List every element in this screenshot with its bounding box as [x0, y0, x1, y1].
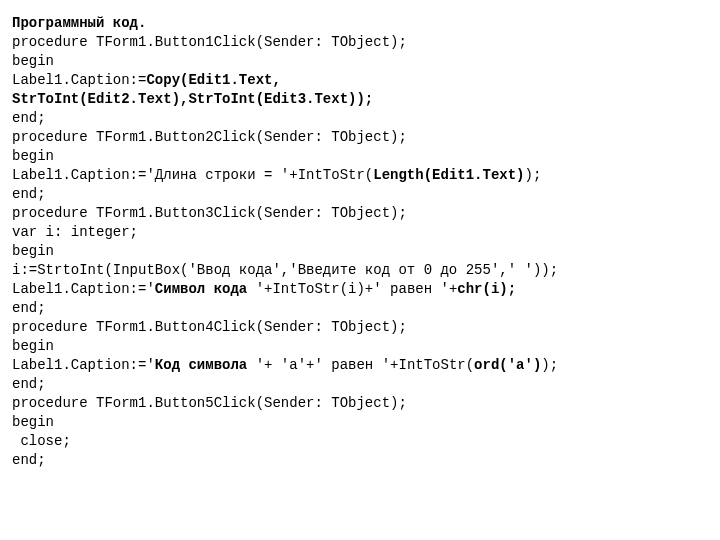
- code-segment: Label1.Caption:=': [12, 357, 155, 373]
- code-segment: end;: [12, 186, 46, 202]
- code-segment: ord('a'): [474, 357, 541, 373]
- code-line: end;: [12, 451, 708, 470]
- code-line: procedure TForm1.Button4Click(Sender: TO…: [12, 318, 708, 337]
- code-segment: );: [525, 167, 542, 183]
- code-line: end;: [12, 375, 708, 394]
- code-segment: Label1.Caption:='Длина строки = '+IntToS…: [12, 167, 373, 183]
- code-segment: Copy(Edit1.Text,: [146, 72, 280, 88]
- code-segment: var i: integer;: [12, 224, 138, 240]
- code-line: procedure TForm1.Button3Click(Sender: TO…: [12, 204, 708, 223]
- code-segment: procedure TForm1.Button5Click(Sender: TO…: [12, 395, 407, 411]
- code-segment: Код символа: [155, 357, 256, 373]
- code-segment: begin: [12, 148, 54, 164]
- code-segment: procedure TForm1.Button1Click(Sender: TO…: [12, 34, 407, 50]
- code-segment: Label1.Caption:=': [12, 281, 155, 297]
- code-segment: begin: [12, 243, 54, 259]
- code-line: StrToInt(Edit2.Text),StrToInt(Edit3.Text…: [12, 90, 708, 109]
- code-segment: begin: [12, 53, 54, 69]
- code-segment: chr(i);: [457, 281, 516, 297]
- code-line: Label1.Caption:='Код символа '+ 'a'+' ра…: [12, 356, 708, 375]
- code-segment: Label1.Caption:=: [12, 72, 146, 88]
- code-line: Программный код.: [12, 14, 708, 33]
- code-segment: end;: [12, 300, 46, 316]
- code-segment: Length(Edit1.Text): [373, 167, 524, 183]
- code-segment: procedure TForm1.Button2Click(Sender: TO…: [12, 129, 407, 145]
- code-line: i:=StrtoInt(InputBox('Ввод кода','Введит…: [12, 261, 708, 280]
- code-segment: i:=StrtoInt(InputBox('Ввод кода','Введит…: [12, 262, 558, 278]
- code-line: Label1.Caption:='Длина строки = '+IntToS…: [12, 166, 708, 185]
- code-segment: begin: [12, 414, 54, 430]
- code-line: end;: [12, 185, 708, 204]
- code-listing: Программный код.procedure TForm1.Button1…: [12, 14, 708, 470]
- code-line: end;: [12, 299, 708, 318]
- code-line: begin: [12, 413, 708, 432]
- code-line: procedure TForm1.Button2Click(Sender: TO…: [12, 128, 708, 147]
- code-segment: begin: [12, 338, 54, 354]
- code-line: begin: [12, 52, 708, 71]
- code-line: begin: [12, 147, 708, 166]
- code-segment: Символ кода: [155, 281, 256, 297]
- code-line: procedure TForm1.Button1Click(Sender: TO…: [12, 33, 708, 52]
- code-line: var i: integer;: [12, 223, 708, 242]
- code-line: procedure TForm1.Button5Click(Sender: TO…: [12, 394, 708, 413]
- code-segment: '+IntToStr(i)+' равен '+: [256, 281, 458, 297]
- code-line: Label1.Caption:='Символ кода '+IntToStr(…: [12, 280, 708, 299]
- code-segment: '+ 'a'+' равен '+IntToStr(: [256, 357, 474, 373]
- code-segment: close;: [12, 433, 71, 449]
- code-line: begin: [12, 242, 708, 261]
- code-line: Label1.Caption:=Copy(Edit1.Text,: [12, 71, 708, 90]
- code-segment: end;: [12, 110, 46, 126]
- code-line: end;: [12, 109, 708, 128]
- code-segment: procedure TForm1.Button3Click(Sender: TO…: [12, 205, 407, 221]
- code-segment: end;: [12, 376, 46, 392]
- code-segment: Программный код.: [12, 15, 146, 31]
- code-segment: StrToInt(Edit2.Text),StrToInt(Edit3.Text…: [12, 91, 373, 107]
- code-line: begin: [12, 337, 708, 356]
- code-segment: );: [541, 357, 558, 373]
- code-line: close;: [12, 432, 708, 451]
- code-segment: procedure TForm1.Button4Click(Sender: TO…: [12, 319, 407, 335]
- code-segment: end;: [12, 452, 46, 468]
